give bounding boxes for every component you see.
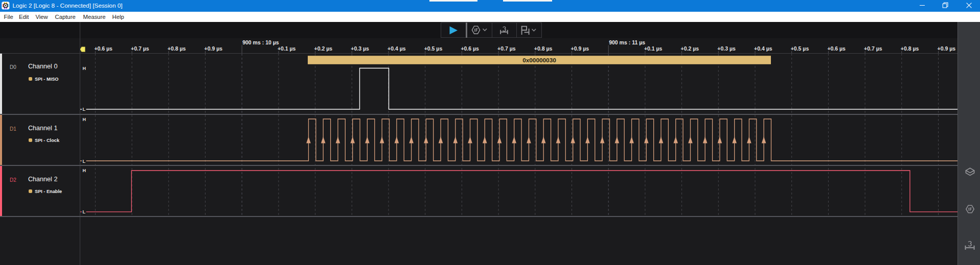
- svg-text:H: H: [83, 65, 86, 70]
- svg-text:L: L: [83, 158, 86, 163]
- svg-text:L: L: [83, 107, 86, 112]
- svg-text:L: L: [83, 209, 86, 214]
- svg-text:H: H: [83, 168, 86, 173]
- svg-text:H: H: [83, 117, 86, 122]
- svg-text:0x00000030: 0x00000030: [522, 56, 556, 63]
